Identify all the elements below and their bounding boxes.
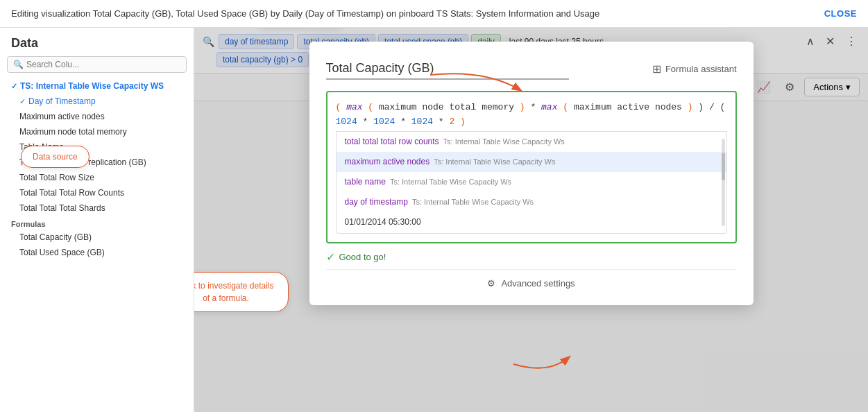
tree-item-total-capacity[interactable]: Total Capacity (GB) [0, 230, 194, 245]
data-tree: ✓ TS: Internal Table Wise Capacity WS ✓ … [0, 78, 194, 263]
sidebar: Data 🔍 ✓ TS: Internal Table Wise Capacit… [0, 28, 194, 412]
sidebar-header: Data [0, 28, 194, 56]
data-source-callout: Data source [21, 146, 90, 168]
formula-assistant-icon: ⊞ [652, 62, 661, 76]
autocomplete-item-4[interactable]: 01/01/2014 05:30:00 [337, 212, 726, 232]
search-columns-bar[interactable]: 🔍 [7, 56, 187, 73]
content-area: 🔍 day of timestamp total capacity (gb) t… [194, 28, 868, 412]
search-icon: 🔍 [13, 60, 24, 69]
investigate-callout: Click to investigate details of a formul… [194, 272, 289, 312]
formulas-section-label: Formulas [0, 216, 194, 230]
check-icon: ✓ [11, 82, 17, 91]
tree-item-ts-internal[interactable]: ✓ TS: Internal Table Wise Capacity WS [0, 78, 194, 94]
formula-code: ( max ( maximum node total memory ) * ma… [336, 101, 727, 130]
scrollbar-thumb [722, 153, 725, 180]
tree-item-max-active-nodes[interactable]: Maximum active nodes [0, 109, 194, 124]
tree-item-total-shards[interactable]: Total Total Total Shards [0, 200, 194, 216]
tree-item-day-of-timestamp[interactable]: ✓ Day of Timestamp [0, 94, 194, 109]
main-layout: Data 🔍 ✓ TS: Internal Table Wise Capacit… [0, 28, 868, 412]
autocomplete-item-1[interactable]: maximum active nodes Ts: Internal Table … [337, 152, 726, 172]
autocomplete-list: total total total row counts Ts: Interna… [336, 131, 727, 234]
autocomplete-item-3[interactable]: day of timestamp Ts: Internal Table Wise… [337, 192, 726, 212]
advanced-settings-section[interactable]: ⚙ Advanced settings [326, 269, 737, 297]
tree-item-total-row-size[interactable]: Total Total Row Size [0, 170, 194, 185]
close-button[interactable]: CLOSE [824, 8, 857, 19]
search-columns-input[interactable] [26, 60, 180, 69]
tree-item-total-used-space[interactable]: Total Used Space (GB) [0, 245, 194, 260]
formula-editor[interactable]: ( max ( maximum node total memory ) * ma… [326, 91, 737, 243]
page-title: Editing visualization Total Capacity (GB… [11, 8, 599, 19]
good-to-go-status: ✓ Good to go! [326, 243, 737, 269]
autocomplete-item-0[interactable]: total total total row counts Ts: Interna… [337, 132, 726, 152]
top-bar: Editing visualization Total Capacity (GB… [0, 0, 868, 28]
gear-icon: ⚙ [487, 278, 495, 289]
modal-overlay: Query components ⊞ Formula assistant ( m… [194, 28, 868, 412]
formula-editor-modal: Query components ⊞ Formula assistant ( m… [309, 42, 754, 305]
formula-assistant-button[interactable]: ⊞ Formula assistant [652, 62, 737, 76]
tree-item-total-row-counts[interactable]: Total Total Total Row Counts [0, 185, 194, 200]
check-icon: ✓ [19, 97, 26, 106]
autocomplete-item-2[interactable]: table name Ts: Internal Table Wise Capac… [337, 172, 726, 192]
modal-top-row: ⊞ Formula assistant [326, 58, 737, 80]
scrollbar-track [722, 139, 725, 226]
tree-item-max-node-total-memory[interactable]: Maximum node total memory [0, 124, 194, 139]
formula-name-input[interactable] [326, 58, 569, 80]
good-to-go-icon: ✓ [326, 250, 335, 264]
